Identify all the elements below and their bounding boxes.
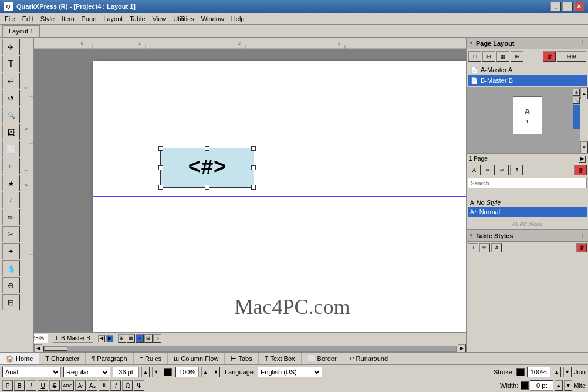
text-frame[interactable]: <#> (160, 148, 254, 188)
ts-edit-btn[interactable]: ✏ (479, 243, 490, 252)
menu-edit[interactable]: Edit (19, 14, 37, 23)
style-normal[interactable]: A⁺ Normal (468, 207, 587, 217)
style-no-style[interactable]: A No Style (468, 198, 587, 207)
view-mode-1[interactable]: ⊞ (118, 334, 126, 343)
close-button[interactable]: ✕ (574, 2, 584, 11)
insert-page-btn[interactable]: ⊕ (511, 51, 523, 62)
pages-scrollbar[interactable]: ▲ ▼ (580, 87, 588, 153)
view-mode-3[interactable]: ≡ (136, 334, 144, 343)
tab-column-flow[interactable]: ⊞ Column Flow (168, 353, 225, 364)
arrow-tool[interactable]: ✈ (2, 39, 20, 55)
scissors-tool[interactable]: ✂ (2, 226, 20, 242)
page-prev-button[interactable]: ◀ (98, 335, 105, 342)
style-tool-4[interactable]: ↺ (510, 165, 523, 175)
tab-textbox[interactable]: T Text Box (259, 353, 302, 364)
width-up-btn[interactable]: ▲ (555, 380, 563, 391)
language-select[interactable]: English (US) (258, 367, 322, 377)
pages-scroll-up[interactable]: ▲ (580, 87, 588, 99)
format-bold-btn[interactable]: B (14, 380, 25, 391)
stroke-pct-down[interactable]: ▼ (563, 367, 572, 377)
handle-bm[interactable] (205, 185, 209, 190)
pages-tool-1[interactable]: 🗑 (573, 89, 580, 96)
menu-layout[interactable]: Layout (100, 14, 126, 23)
format-psi-btn[interactable]: Ψ (134, 380, 144, 391)
table-panel-collapse[interactable]: ▼ (469, 233, 474, 238)
scroll-track[interactable] (43, 346, 457, 352)
pages-arrow[interactable]: ▶ (579, 156, 586, 163)
width-input[interactable] (530, 380, 553, 391)
color-pct-down[interactable]: ▼ (212, 367, 220, 377)
handle-ml[interactable] (158, 165, 163, 170)
menu-utilities[interactable]: Utilities (170, 14, 197, 23)
size-down-btn[interactable]: ▼ (152, 367, 160, 377)
scroll-left-button[interactable]: ◀ (34, 344, 42, 353)
rotate-tool[interactable]: ↺ (2, 90, 20, 106)
style-search-input[interactable] (468, 178, 587, 188)
master-page-btn[interactable]: ▦ (496, 51, 509, 62)
link-tool[interactable]: ↩ (2, 73, 20, 89)
style-tool-3[interactable]: ↩ (496, 165, 509, 175)
style-select[interactable]: Regular (63, 367, 110, 377)
tab-border[interactable]: ⬜ Border (302, 353, 343, 364)
oval-tool[interactable]: ○ (2, 158, 20, 174)
line-tool[interactable]: / (2, 192, 20, 208)
format-allcaps-btn[interactable]: ABC (61, 380, 74, 391)
panel-collapse-icon[interactable]: ▼ (469, 40, 474, 46)
stroke-pct-up[interactable]: ▲ (553, 367, 561, 377)
color-swatch[interactable] (164, 368, 172, 376)
delete-page-btn[interactable]: 🗑 (543, 51, 556, 62)
style-delete-btn[interactable]: 🗑 (574, 165, 587, 175)
format-underline-btn[interactable]: U (38, 380, 48, 391)
format-f-btn[interactable]: f (110, 380, 121, 391)
menu-item[interactable]: Item (58, 14, 77, 23)
panel-menu-icon[interactable]: ⋮ (577, 39, 586, 48)
color-pct-input[interactable] (175, 367, 199, 377)
handle-bl[interactable] (158, 185, 163, 190)
scroll-thumb[interactable] (44, 346, 67, 351)
ts-dup-btn[interactable]: ↺ (491, 243, 502, 252)
minimize-button[interactable]: _ (550, 2, 561, 11)
stroke-swatch[interactable] (516, 368, 525, 376)
handle-tr[interactable] (251, 146, 256, 151)
format-p-btn[interactable]: P (2, 380, 13, 391)
tab-rules[interactable]: ≡ Rules (134, 353, 168, 364)
page-thumbnail-1[interactable]: A 1 (513, 96, 542, 134)
menu-file[interactable]: File (1, 14, 19, 23)
handle-tl[interactable] (158, 146, 163, 151)
handle-br[interactable] (251, 185, 256, 190)
hand-tool[interactable]: ✦ (2, 243, 20, 259)
grid-view-btn[interactable]: ⊞⊞ (557, 51, 586, 62)
text-tool[interactable]: T (2, 56, 20, 72)
rect-tool[interactable]: ⬜ (2, 141, 20, 157)
style-tool-1[interactable]: A (468, 165, 481, 175)
maximize-button[interactable]: □ (562, 2, 573, 11)
handle-tm[interactable] (205, 146, 209, 151)
move-tool[interactable]: ⊕ (2, 277, 20, 293)
image-tool[interactable]: 🖼 (2, 124, 20, 140)
menu-style[interactable]: Style (37, 14, 58, 23)
view-mode-4[interactable]: ⊟ (144, 334, 153, 343)
tab-home[interactable]: 🏠 Home (0, 353, 39, 364)
canvas-scrollbar-h[interactable]: ◀ ▶ (34, 344, 466, 352)
tab-layout1[interactable]: Layout 1 (2, 25, 40, 37)
menu-help[interactable]: Help (228, 14, 248, 23)
format-ligature-btn[interactable]: fi (99, 380, 109, 391)
menu-view[interactable]: View (149, 14, 170, 23)
menu-page[interactable]: Page (78, 14, 100, 23)
format-omega-btn[interactable]: Ω (122, 380, 133, 391)
blank-page-btn[interactable]: □ (468, 51, 481, 62)
view-mode-2[interactable]: ▦ (127, 334, 135, 343)
table-panel-menu[interactable]: ⋮ (577, 232, 586, 240)
color-pct-up[interactable]: ▲ (201, 367, 209, 377)
tab-tabs[interactable]: ⊢ Tabs (225, 353, 258, 364)
eyedrop-tool[interactable]: 💧 (2, 260, 20, 276)
pages-scroll-down[interactable]: ▼ (580, 141, 588, 153)
tab-paragraph[interactable]: ¶ Paragraph (86, 353, 133, 364)
format-sub-btn[interactable]: A₂ (87, 380, 97, 391)
master-b[interactable]: 📄 B-Master B (468, 75, 587, 86)
handle-mr[interactable] (251, 165, 256, 170)
ts-delete-btn[interactable]: 🗑 (576, 243, 587, 252)
ts-add-btn[interactable]: ＋ (468, 243, 478, 252)
facing-page-btn[interactable]: ⊟ (482, 51, 495, 62)
menu-window[interactable]: Window (198, 14, 228, 23)
